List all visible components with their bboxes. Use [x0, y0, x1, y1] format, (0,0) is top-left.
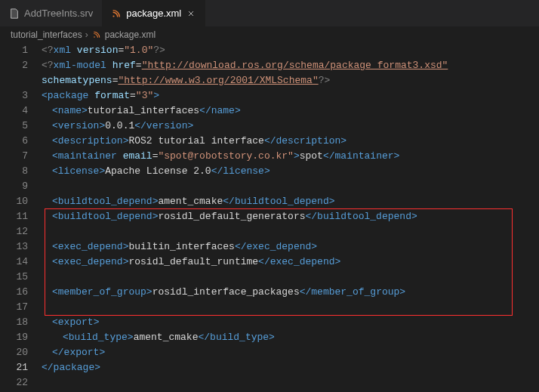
xml-icon — [111, 8, 122, 19]
code-area[interactable]: <?xml version="1.0"?> <?xml-model href="… — [42, 43, 539, 390]
code-line[interactable]: <exec_depend>builtin_interfaces</exec_de… — [42, 239, 539, 255]
code-line[interactable]: <member_of_group>rosidl_interface_packag… — [42, 285, 539, 300]
code-line[interactable]: <export> — [42, 315, 539, 330]
close-icon[interactable] — [186, 8, 196, 19]
code-line[interactable]: <maintainer email="spot@robotstory.co.kr… — [42, 149, 539, 164]
code-line[interactable] — [42, 270, 539, 285]
code-line[interactable]: <license>Apache License 2.0</license> — [42, 164, 539, 179]
code-line[interactable]: </export> — [42, 345, 539, 360]
breadcrumb-item[interactable]: tutorial_interfaces — [11, 29, 82, 40]
breadcrumb-item[interactable]: package.xml — [105, 29, 156, 40]
code-line[interactable]: <buildtool_depend>ament_cmake</buildtool… — [42, 194, 539, 209]
chevron-right-icon: › — [85, 29, 88, 40]
editor[interactable]: 12345678910111213141516171819202122 <?xm… — [0, 43, 539, 390]
code-line[interactable]: schematypens="http://www.w3.org/2001/XML… — [42, 73, 539, 88]
tab-label: package.xml — [126, 8, 181, 19]
code-line[interactable]: <package format="3"> — [42, 88, 539, 103]
svg-point-1 — [94, 36, 95, 38]
code-line[interactable]: <exec_depend>rosidl_default_runtime</exe… — [42, 255, 539, 270]
code-line[interactable] — [42, 300, 539, 315]
tab-packagexml[interactable]: package.xml — [102, 0, 205, 26]
code-line[interactable]: <buildtool_depend>rosidl_default_generat… — [42, 209, 539, 224]
breadcrumb[interactable]: tutorial_interfaces › package.xml — [0, 26, 539, 43]
tab-label: AddTreeInts.srv — [24, 8, 93, 19]
code-line[interactable]: <version>0.0.1</version> — [42, 119, 539, 134]
file-icon — [9, 8, 20, 19]
code-line[interactable]: <?xml-model href="http://download.ros.or… — [42, 58, 539, 73]
code-line[interactable]: <name>tutorial_interfaces</name> — [42, 103, 539, 119]
code-line[interactable]: <build_type>ament_cmake</build_type> — [42, 330, 539, 345]
code-line[interactable] — [42, 224, 539, 239]
code-line[interactable]: </package> — [42, 360, 539, 375]
line-number-gutter: 12345678910111213141516171819202122 — [0, 43, 42, 390]
xml-icon — [91, 29, 102, 40]
code-line[interactable] — [42, 179, 539, 194]
code-line[interactable] — [42, 375, 539, 390]
code-line[interactable]: <?xml version="1.0"?> — [42, 43, 539, 58]
code-line[interactable]: <description>ROS2 tutorial interface</de… — [42, 134, 539, 149]
tab-addtreeints[interactable]: AddTreeInts.srv — [0, 0, 102, 26]
tab-bar: AddTreeInts.srv package.xml — [0, 0, 539, 26]
svg-point-0 — [113, 15, 115, 17]
